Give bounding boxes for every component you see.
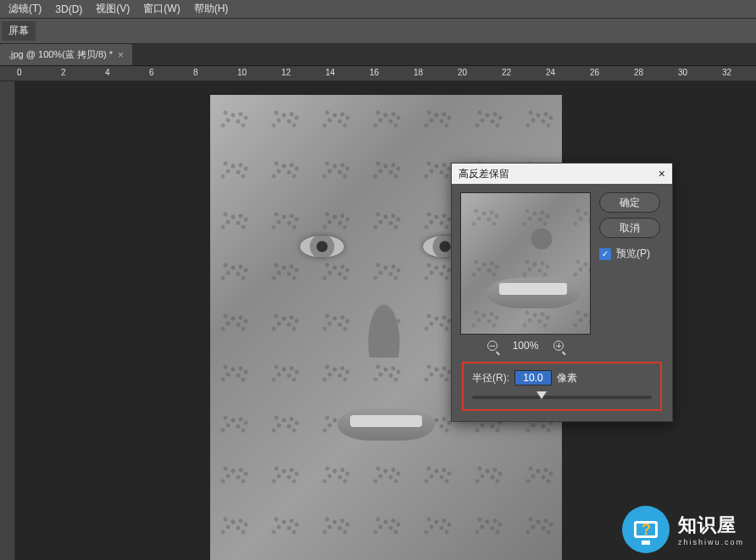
ruler-tick: 24 (546, 68, 555, 77)
ruler-vertical (0, 81, 15, 560)
ruler-tick: 22 (502, 68, 511, 77)
watermark-name: 知识屋 (678, 513, 744, 538)
menu-filter[interactable]: 滤镜(T) (2, 0, 48, 19)
watermark-logo-icon (622, 506, 670, 553)
ruler-tick: 10 (237, 68, 247, 77)
ruler-tick: 16 (370, 68, 379, 77)
ruler-tick: 12 (281, 68, 291, 77)
menu-bar: 滤镜(T) 3D(D) 视图(V) 窗口(W) 帮助(H) (0, 0, 756, 19)
ruler-horizontal: 0 2 4 6 8 10 12 14 16 18 20 22 24 26 28 … (0, 66, 756, 81)
preview-content (512, 197, 571, 257)
ruler-tick: 30 (678, 68, 687, 77)
zoom-in-icon[interactable] (553, 341, 564, 351)
ruler-tick: 14 (325, 68, 335, 77)
filter-preview[interactable] (460, 192, 591, 335)
image-content (359, 281, 409, 358)
ruler-tick: 32 (722, 68, 731, 77)
ok-button[interactable]: 确定 (599, 192, 660, 213)
ruler-tick: 26 (590, 68, 599, 77)
preview-content (499, 283, 567, 295)
screen-mode-label[interactable]: 屏幕 (2, 21, 36, 41)
menu-help[interactable]: 帮助(H) (187, 0, 236, 19)
zoom-level-label: 100% (513, 340, 539, 352)
image-content (299, 235, 345, 258)
dialog-title-text: 高反差保留 (459, 167, 509, 181)
ruler-tick: 18 (414, 68, 423, 77)
menu-window[interactable]: 窗口(W) (136, 0, 186, 19)
dialog-close-button[interactable]: × (659, 167, 665, 180)
zoom-out-icon[interactable] (487, 341, 498, 351)
preview-checkbox[interactable]: ✓ (599, 248, 611, 260)
document-tab-title: .jpg @ 100%(蓝 拷贝/8) * (8, 48, 113, 61)
radius-label: 半径(R): (472, 371, 509, 385)
document-tab-bar: .jpg @ 100%(蓝 拷贝/8) * × (0, 44, 756, 66)
ruler-tick: 0 (17, 68, 22, 77)
slider-thumb-icon[interactable] (536, 391, 547, 399)
cancel-button[interactable]: 取消 (599, 218, 660, 238)
ruler-tick: 6 (149, 68, 154, 77)
menu-view[interactable]: 视图(V) (89, 0, 136, 19)
tab-close-icon[interactable]: × (118, 49, 124, 61)
radius-input[interactable] (514, 370, 552, 385)
document-tab[interactable]: .jpg @ 100%(蓝 拷贝/8) * × (0, 44, 132, 65)
radius-unit-label: 像素 (557, 371, 577, 385)
ruler-tick: 20 (458, 68, 467, 77)
menu-3d[interactable]: 3D(D) (48, 1, 89, 18)
ruler-tick: 4 (105, 68, 110, 77)
dialog-titlebar[interactable]: 高反差保留 × (452, 164, 672, 184)
ruler-tick: 8 (193, 68, 198, 77)
ruler-tick: 2 (61, 68, 66, 77)
preview-checkbox-label: 预览(P) (616, 247, 650, 261)
ruler-tick: 28 (634, 68, 643, 77)
high-pass-dialog: 高反差保留 × 100% 确定 取消 ✓ 预览(P) (451, 163, 673, 422)
watermark-url: zhishiwu.com (678, 538, 744, 546)
radius-section: 半径(R): 像素 (462, 362, 662, 411)
radius-slider[interactable] (472, 396, 652, 399)
image-content (350, 415, 422, 427)
watermark: 知识屋 zhishiwu.com (622, 506, 744, 553)
options-bar: 屏幕 (0, 19, 756, 44)
